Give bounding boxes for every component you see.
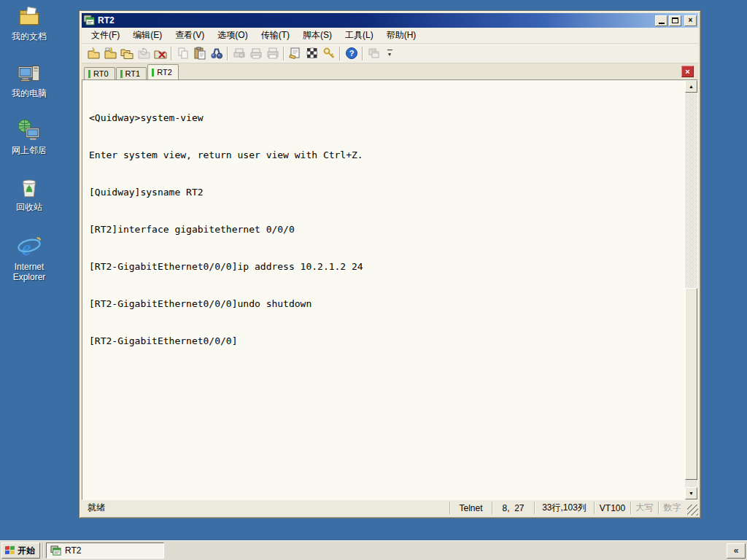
terminal-line: [RT2-GigabitEthernet0/0/0] [89, 335, 682, 347]
status-emulation: VT100 [594, 502, 630, 514]
taskbar-task-rt2[interactable]: RT2 [46, 542, 164, 559]
vertical-scrollbar[interactable]: ▲ ▼ [685, 80, 697, 499]
app-icon [83, 15, 95, 26]
scroll-down-icon: ▼ [689, 491, 694, 496]
desktop-icon-label: 回收站 [4, 202, 54, 212]
start-button-label: 开始 [18, 545, 35, 557]
taskbar: 开始 RT2 « [0, 540, 747, 560]
tab-status-indicator [88, 70, 90, 78]
windows-logo-icon [4, 545, 15, 556]
terminal-area: <Quidway>system-view Enter system view, … [82, 79, 698, 500]
tab-label: RT2 [157, 68, 172, 77]
terminal-line: [RT2-GigabitEthernet0/0/0]undo shutdown [89, 298, 682, 310]
scroll-up-icon: ▲ [689, 84, 694, 89]
maximize-button[interactable] [669, 15, 681, 26]
tab-label: RT1 [125, 69, 141, 78]
terminal-line: [RT2]interface gigabitethernet 0/0/0 [89, 223, 682, 236]
quick-connect-icon[interactable] [85, 45, 101, 62]
print-icon [264, 45, 281, 62]
minimize-button[interactable] [655, 15, 667, 26]
maximize-icon [672, 18, 678, 23]
desktop-icon-internet-explorer[interactable]: e Internet Explorer [4, 235, 54, 282]
terminal-line: [Quidway]sysname RT2 [89, 186, 682, 198]
menu-file[interactable]: 文件(F) [85, 27, 126, 44]
tray-collapse-button[interactable]: « [727, 543, 746, 559]
desktop-icon-label: Internet Explorer [4, 262, 54, 282]
session-tab-bar: RT0 RT1 RT2 × [82, 63, 698, 79]
tab-label: RT0 [93, 69, 109, 78]
desktop-icon-recycle-bin[interactable]: 回收站 [4, 175, 54, 212]
internet-explorer-icon: e [17, 235, 42, 260]
menu-edit[interactable]: 编辑(E) [126, 27, 169, 44]
start-button[interactable]: 开始 [1, 542, 40, 559]
connect-in-tab-icon[interactable] [118, 45, 135, 62]
menu-tools[interactable]: 工具(L) [338, 27, 380, 44]
status-protocol: Telnet [449, 502, 492, 514]
menu-bar: 文件(F) 编辑(E) 查看(V) 选项(O) 传输(T) 脚本(S) 工具(L… [82, 28, 698, 44]
terminal-screen[interactable]: <Quidway>system-view Enter system view, … [82, 80, 685, 499]
menu-script[interactable]: 脚本(S) [296, 27, 338, 44]
menu-options[interactable]: 选项(O) [211, 27, 254, 44]
key-agent-icon[interactable] [320, 45, 337, 62]
my-computer-icon [17, 61, 42, 86]
close-icon: × [689, 17, 693, 24]
terminal-line: [RT2-GigabitEthernet0/0/0]ip address 10.… [89, 260, 682, 273]
help-icon[interactable]: ? [343, 45, 360, 62]
window-titlebar[interactable]: RT2 × [82, 13, 698, 28]
tab-status-indicator [120, 70, 123, 78]
print-preview-icon [231, 45, 247, 62]
terminal-line: Enter system view, return user view with… [89, 149, 682, 161]
recycle-bin-icon [17, 175, 42, 200]
status-num-lock: 数字 [658, 502, 686, 514]
desktop-icon-label: 网上邻居 [4, 145, 54, 155]
toolbar: ? ▾ [82, 44, 698, 63]
scroll-down-button[interactable]: ▼ [685, 487, 697, 499]
find-icon[interactable] [208, 45, 225, 62]
menu-transfer[interactable]: 传输(T) [255, 27, 296, 44]
session-manager-icon [365, 45, 382, 62]
status-screen-size: 33行,103列 [534, 502, 594, 514]
toolbar-separator [227, 47, 228, 61]
tab-rt1[interactable]: RT1 [116, 67, 147, 79]
paste-icon[interactable] [191, 45, 208, 62]
scroll-up-button[interactable]: ▲ [685, 80, 697, 93]
desktop-icon-my-computer[interactable]: 我的电脑 [4, 61, 54, 98]
connect-icon[interactable] [101, 45, 118, 62]
terminal-line: <Quidway>system-view [89, 112, 682, 124]
desktop-icon-network-places[interactable]: 网上邻居 [4, 118, 54, 155]
tab-rt0[interactable]: RT0 [84, 67, 115, 79]
print-setup-icon [247, 45, 264, 62]
desktop-icon-label: 我的文档 [4, 31, 54, 42]
terminal-window: RT2 × 文件(F) 编辑(E) 查看(V) 选项(O) 传输(T) 脚本(S… [79, 10, 701, 518]
minimize-icon [659, 23, 665, 24]
svg-text:?: ? [349, 49, 354, 58]
svg-text:e: e [21, 236, 31, 260]
my-documents-icon [17, 4, 42, 29]
desktop-icon-label: 我的电脑 [4, 88, 54, 98]
tab-rt2[interactable]: RT2 [147, 64, 179, 79]
menu-view[interactable]: 查看(V) [169, 27, 211, 44]
status-ready-text: 就绪 [88, 502, 449, 514]
tab-close-button[interactable]: × [681, 66, 694, 77]
scrollbar-thumb[interactable] [685, 288, 697, 480]
status-bar: 就绪 Telnet 8, 27 33行,103列 VT100 大写 数字 [82, 500, 698, 516]
session-options-icon[interactable] [287, 45, 303, 62]
overflow-bar [387, 50, 392, 50]
disconnect-icon[interactable] [152, 45, 169, 62]
reconnect-icon [135, 45, 152, 62]
tab-close-icon: × [685, 67, 689, 76]
desktop-icon-my-documents[interactable]: 我的文档 [4, 4, 54, 42]
chevron-left-icon: « [734, 545, 739, 556]
task-button-label: RT2 [65, 545, 81, 556]
desktop: 我的文档 我的电脑 网上邻居 回收站 [0, 0, 747, 560]
window-title: RT2 [98, 15, 654, 26]
toolbar-overflow-chevron-icon[interactable]: ▾ [385, 50, 394, 58]
menu-help[interactable]: 帮助(H) [380, 27, 423, 44]
global-options-icon[interactable] [303, 45, 320, 62]
close-button[interactable]: × [684, 15, 697, 26]
app-icon [50, 545, 61, 556]
toolbar-separator [171, 47, 172, 61]
toolbar-separator [362, 47, 363, 61]
resize-grip[interactable] [687, 505, 698, 516]
toolbar-separator [283, 47, 285, 61]
